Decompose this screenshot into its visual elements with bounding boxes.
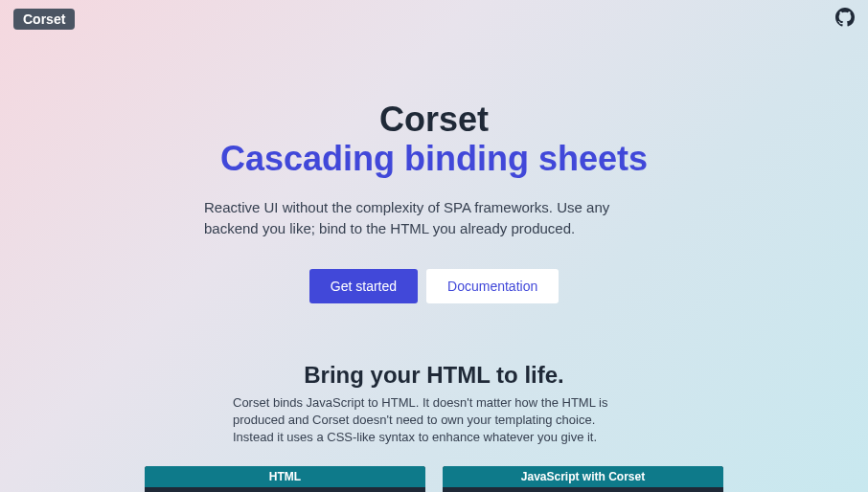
github-icon[interactable]	[835, 8, 855, 31]
logo-badge[interactable]: Corset	[13, 9, 75, 30]
hero-title: Corset	[0, 101, 868, 139]
get-started-button[interactable]: Get started	[309, 269, 418, 303]
documentation-button[interactable]: Documentation	[426, 269, 559, 303]
hero-buttons: Get started Documentation	[0, 269, 868, 303]
code-panel-js: JavaScript with Corset	[443, 466, 723, 492]
section-description: Corset binds JavaScript to HTML. It does…	[233, 394, 635, 447]
hero-description: Reactive UI without the complexity of SP…	[204, 197, 664, 240]
code-panel-js-header: JavaScript with Corset	[443, 466, 723, 487]
hero-section: Corset Cascading binding sheets Reactive…	[0, 101, 868, 303]
code-panels: HTML JavaScript with Corset	[0, 466, 868, 492]
code-panel-html-header: HTML	[145, 466, 425, 487]
code-panel-html-body	[145, 487, 425, 492]
section-title: Bring your HTML to life.	[0, 362, 868, 389]
header: Corset	[13, 8, 855, 31]
code-panel-js-body	[443, 487, 723, 492]
code-panel-html: HTML	[145, 466, 425, 492]
content-section: Bring your HTML to life. Corset binds Ja…	[0, 362, 868, 492]
hero-subtitle: Cascading binding sheets	[0, 139, 868, 178]
